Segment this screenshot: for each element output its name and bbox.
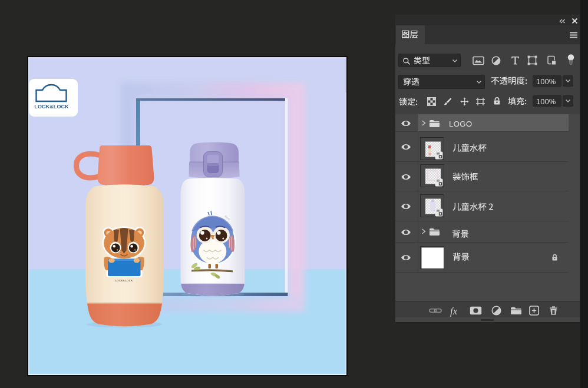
- svg-text:LOCK&LOCK: LOCK&LOCK: [115, 279, 133, 282]
- svg-text:LOCK&LOCK: LOCK&LOCK: [34, 104, 69, 110]
